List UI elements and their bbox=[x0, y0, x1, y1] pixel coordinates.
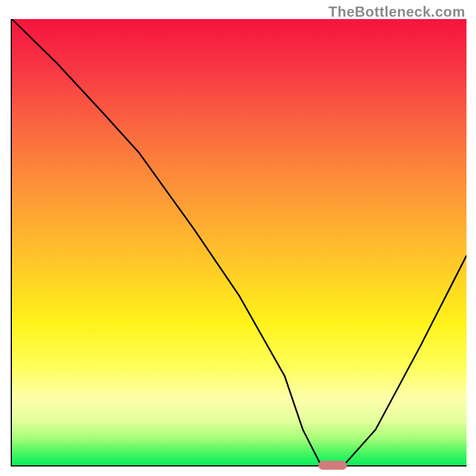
chart-container: TheBottleneck.com bbox=[0, 0, 476, 476]
watermark-text: TheBottleneck.com bbox=[328, 4, 465, 20]
optimal-point-marker bbox=[318, 461, 347, 470]
plot-area bbox=[11, 19, 466, 466]
curve-line bbox=[12, 19, 466, 465]
